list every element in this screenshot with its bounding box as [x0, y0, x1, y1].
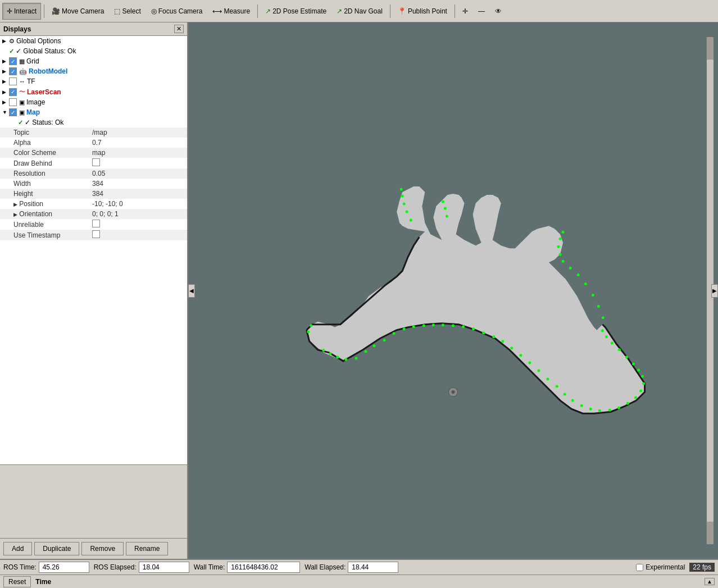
svg-point-93: [559, 238, 562, 240]
svg-point-68: [608, 409, 611, 412]
prop-draw-behind-value[interactable]: [92, 158, 185, 168]
ros-time-number: 45.26: [43, 563, 60, 571]
minus-button[interactable]: —: [474, 3, 489, 20]
displays-title: Displays: [3, 25, 31, 33]
tree-panel[interactable]: ▶ ⚙ Global Options ✓ ✓ Global Status: Ok…: [0, 36, 187, 465]
laser-checkbox[interactable]: ✓: [9, 88, 17, 96]
minus-icon: —: [478, 7, 485, 15]
tree-item-robot-model[interactable]: ▶ ✓ 🤖 RobotModel: [0, 66, 187, 76]
prop-orientation-value[interactable]: 0; 0; 0; 1: [92, 210, 185, 218]
tf-checkbox[interactable]: [9, 78, 17, 85]
arrow-icon: ▶: [2, 38, 9, 44]
svg-point-66: [589, 408, 592, 411]
prop-width-value[interactable]: 384: [92, 180, 185, 188]
svg-point-101: [597, 305, 600, 308]
svg-point-60: [537, 369, 540, 372]
interact-icon: ✛: [7, 7, 12, 15]
svg-point-46: [403, 327, 406, 330]
remove-button[interactable]: Remove: [81, 542, 124, 555]
time-expand-button[interactable]: ▲: [705, 578, 715, 585]
wall-time-value: 1611648436.02: [227, 562, 300, 573]
svg-point-91: [446, 215, 448, 218]
draw-behind-checkbox[interactable]: [92, 158, 100, 166]
rename-button[interactable]: Rename: [126, 542, 168, 555]
map-checkbox[interactable]: ✓: [9, 108, 17, 116]
prop-color-scheme-value[interactable]: map: [92, 149, 185, 157]
prop-use-timestamp-value[interactable]: [92, 230, 185, 240]
grid-checkbox[interactable]: ✓: [9, 57, 17, 65]
nav-goal-button[interactable]: ↗ 2D Nav Goal: [332, 3, 387, 20]
tree-item-map-status[interactable]: ✓ ✓ Status: Ok: [0, 117, 187, 127]
prop-topic: Topic /map: [0, 127, 187, 138]
prop-alpha-name: Alpha: [13, 139, 92, 147]
add-button[interactable]: Add: [3, 542, 32, 555]
svg-point-80: [605, 335, 608, 338]
unreliable-checkbox[interactable]: [92, 220, 100, 227]
tree-item-laser-scan[interactable]: ▶ ✓ 〜 LaserScan: [0, 86, 187, 97]
svg-point-74: [641, 375, 644, 377]
publish-point-button[interactable]: 📍 Publish Point: [393, 3, 452, 20]
prop-resolution-value[interactable]: 0.05: [92, 170, 185, 177]
prop-unreliable: Unreliable: [0, 219, 187, 230]
svg-point-97: [569, 267, 572, 270]
move-camera-button[interactable]: 🎥 Move Camera: [47, 3, 108, 20]
svg-point-92: [562, 231, 565, 234]
wall-elapsed-label: Wall Elapsed:: [305, 563, 346, 571]
viz-area[interactable]: ◀: [188, 22, 718, 559]
experimental-checkbox[interactable]: [636, 564, 643, 571]
svg-point-77: [625, 355, 628, 358]
image-checkbox[interactable]: [9, 98, 17, 106]
right-collapse-button[interactable]: ▶: [711, 284, 718, 298]
left-collapse-button[interactable]: ◀: [188, 284, 195, 298]
select-button[interactable]: ⬚ Select: [110, 3, 145, 20]
duplicate-button[interactable]: Duplicate: [34, 542, 79, 555]
svg-point-65: [580, 404, 583, 407]
svg-point-75: [637, 368, 640, 371]
svg-point-58: [519, 354, 522, 357]
prop-unreliable-value[interactable]: [92, 220, 185, 229]
wall-elapsed-number: 18.44: [352, 563, 369, 571]
prop-use-timestamp: Use Timestamp: [0, 230, 187, 240]
pose-estimate-button[interactable]: ↗ 2D Pose Estimate: [261, 3, 331, 20]
prop-color-scheme: Color Scheme map: [0, 148, 187, 158]
prop-topic-value[interactable]: /map: [92, 129, 185, 136]
measure-button[interactable]: ⟷ Measure: [208, 3, 255, 20]
use-timestamp-checkbox[interactable]: [92, 230, 100, 238]
bottom-buttons: Add Duplicate Remove Rename: [0, 538, 187, 559]
prop-height-value[interactable]: 384: [92, 190, 185, 198]
displays-close-button[interactable]: ✕: [174, 25, 184, 33]
crosshair-button[interactable]: ✛: [458, 3, 472, 20]
tree-item-map[interactable]: ▼ ✓ ▣ Map: [0, 107, 187, 117]
toolbar-separator-3: [390, 4, 390, 18]
toolbar-separator-2: [257, 4, 258, 18]
move-camera-label: Move Camera: [62, 7, 104, 15]
tree-item-tf[interactable]: ▶ ↔ TF: [0, 76, 187, 86]
svg-point-90: [444, 207, 447, 210]
experimental-label: Experimental: [646, 563, 685, 571]
svg-point-100: [592, 294, 594, 297]
toolbar: ✛ Interact 🎥 Move Camera ⬚ Select ◎ Focu…: [0, 0, 718, 22]
global-status-label: ✓ Global Status: Ok: [16, 47, 185, 55]
prop-alpha-value[interactable]: 0.7: [92, 139, 185, 147]
svg-rect-109: [707, 522, 714, 544]
tf-arrow: ▶: [2, 79, 9, 84]
grid-label: Grid: [26, 57, 185, 65]
wall-elapsed-value: 18.44: [348, 562, 398, 573]
prop-resolution-name: Resolution: [13, 170, 92, 177]
prop-position-value[interactable]: -10; -10; 0: [92, 200, 185, 208]
laser-icon: 〜: [19, 88, 25, 96]
svg-point-44: [383, 339, 386, 341]
reset-button[interactable]: Reset: [3, 576, 31, 587]
wall-time-number: 1611648436.02: [231, 563, 278, 571]
svg-point-88: [410, 219, 412, 222]
eye-button[interactable]: 👁: [490, 3, 506, 20]
tree-item-global-options[interactable]: ▶ ⚙ Global Options: [0, 36, 187, 46]
robot-checkbox[interactable]: ✓: [9, 67, 17, 75]
interact-button[interactable]: ✛ Interact: [2, 3, 41, 20]
svg-rect-108: [707, 37, 714, 60]
tree-item-global-status[interactable]: ✓ ✓ Global Status: Ok: [0, 46, 187, 56]
tree-item-grid[interactable]: ▶ ✓ ▦ Grid: [0, 56, 187, 66]
focus-camera-button[interactable]: ◎ Focus Camera: [147, 3, 207, 20]
tree-item-image[interactable]: ▶ ▣ Image: [0, 97, 187, 107]
svg-point-42: [364, 350, 367, 353]
